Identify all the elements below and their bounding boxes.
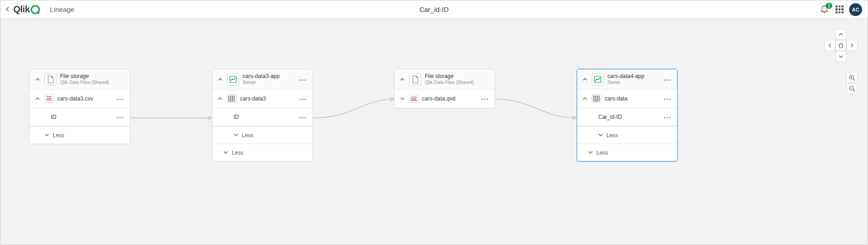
field-row[interactable]: Car_id-ID — [577, 108, 677, 126]
less-label: Less — [232, 150, 243, 156]
child-row[interactable]: qvd cars-data.qvd — [395, 89, 495, 108]
more-button[interactable] — [662, 113, 673, 121]
svg-line-17 — [853, 90, 855, 92]
zoom-out-button[interactable] — [846, 83, 857, 94]
collapse-button[interactable] — [398, 75, 406, 84]
notifications-button[interactable]: 1 — [820, 5, 830, 15]
pan-down-button[interactable] — [835, 51, 846, 62]
back-button[interactable] — [6, 6, 10, 13]
field-row[interactable]: ID — [212, 108, 312, 126]
file-icon — [45, 73, 56, 85]
more-button[interactable] — [297, 113, 309, 121]
node-header: File storage Qlik Data Files (Shared) — [30, 69, 130, 89]
chevron-down-icon — [223, 150, 228, 156]
less-label: Less — [242, 132, 253, 139]
node-subtitle: Sense — [607, 80, 662, 85]
child-label: cars-data3.csv — [57, 95, 115, 102]
node-title: cars-data4-app — [607, 73, 662, 79]
more-button[interactable] — [115, 113, 126, 121]
node-title: File storage — [425, 73, 491, 79]
chevron-down-icon — [234, 133, 238, 138]
collapse-button[interactable] — [216, 95, 224, 103]
less-label: Less — [53, 132, 64, 139]
svg-rect-7 — [594, 96, 600, 101]
field-row[interactable]: ID — [30, 108, 130, 126]
node-subtitle: Qlik Data Files (Shared) — [425, 80, 491, 85]
svg-line-13 — [853, 79, 855, 81]
logo-q-icon — [31, 5, 40, 14]
app-header: Qlik Lineage Car_id-ID 1 AC — [0, 0, 868, 19]
pan-up-button[interactable] — [835, 29, 846, 40]
child-row[interactable]: cars-data3 — [212, 89, 312, 108]
collapse-button[interactable] — [216, 75, 224, 84]
lineage-canvas[interactable]: File storage Qlik Data Files (Shared) cs… — [0, 19, 868, 245]
csv-icon: csv — [45, 95, 54, 103]
expand-button[interactable] — [398, 95, 406, 103]
less-toggle-inner[interactable]: Less — [212, 126, 312, 144]
node-file-storage-1[interactable]: File storage Qlik Data Files (Shared) cs… — [29, 69, 130, 144]
more-button[interactable] — [479, 95, 491, 102]
node-title: cars-data3-app — [243, 73, 297, 79]
node-subtitle: Qlik Data Files (Shared) — [60, 80, 126, 85]
qlik-logo[interactable]: Qlik — [13, 4, 40, 15]
more-button[interactable] — [115, 95, 126, 102]
field-label: ID — [33, 114, 115, 120]
pan-home-button[interactable] — [835, 40, 846, 51]
file-icon — [409, 73, 421, 85]
more-button[interactable] — [297, 95, 309, 102]
app-icon — [592, 73, 604, 85]
child-label: cars-data.qvd — [422, 95, 479, 102]
node-header: cars-data4-app Sense — [577, 69, 677, 89]
page-title: Lineage — [50, 6, 74, 13]
less-toggle-outer[interactable]: Less — [212, 144, 312, 161]
notification-badge: 1 — [826, 3, 832, 9]
app-launcher-button[interactable] — [835, 6, 844, 14]
field-label: ID — [216, 114, 297, 120]
pan-controls — [824, 29, 857, 62]
zoom-controls — [846, 72, 857, 94]
logo-text: Qlik — [13, 4, 30, 15]
app-icon — [227, 73, 239, 85]
node-app-2[interactable]: cars-data4-app Sense cars-data Car_id-ID… — [577, 69, 678, 161]
more-button[interactable] — [297, 76, 309, 83]
qvd-icon: qvd — [409, 95, 418, 103]
chevron-down-icon — [45, 133, 49, 138]
field-label: Car_id-ID — [581, 114, 662, 120]
zoom-in-button[interactable] — [846, 72, 857, 83]
node-app-1[interactable]: cars-data3-app Sense cars-data3 ID Less — [212, 69, 313, 161]
less-toggle-outer[interactable]: Less — [577, 144, 677, 161]
node-subtitle: Sense — [243, 80, 297, 85]
less-toggle[interactable]: Less — [30, 126, 130, 144]
breadcrumb-title: Car_id-ID — [419, 6, 449, 13]
pan-left-button[interactable] — [824, 40, 835, 51]
collapse-button[interactable] — [33, 95, 42, 103]
collapse-button[interactable] — [581, 95, 589, 103]
connections-layer — [0, 19, 868, 245]
node-title: File storage — [60, 73, 126, 79]
user-avatar[interactable]: AC — [849, 3, 862, 16]
more-button[interactable] — [662, 76, 673, 83]
node-header: File storage Qlik Data Files (Shared) — [395, 69, 495, 89]
pan-right-button[interactable] — [846, 40, 857, 51]
less-label: Less — [606, 132, 618, 139]
child-label: cars-data — [605, 95, 662, 102]
table-icon — [592, 95, 601, 103]
svg-rect-1 — [229, 96, 235, 101]
child-row[interactable]: cars-data — [577, 89, 677, 108]
table-icon — [227, 95, 236, 103]
node-header: cars-data3-app Sense — [212, 69, 312, 89]
node-file-storage-2[interactable]: File storage Qlik Data Files (Shared) qv… — [394, 69, 495, 108]
less-label: Less — [596, 150, 608, 156]
chevron-down-icon — [588, 150, 593, 156]
collapse-button[interactable] — [581, 75, 589, 84]
collapse-button[interactable] — [33, 75, 42, 84]
child-row[interactable]: csv cars-data3.csv — [30, 89, 130, 108]
less-toggle-inner[interactable]: Less — [577, 126, 677, 144]
child-label: cars-data3 — [240, 95, 297, 102]
more-button[interactable] — [662, 95, 673, 102]
chevron-down-icon — [598, 133, 603, 138]
